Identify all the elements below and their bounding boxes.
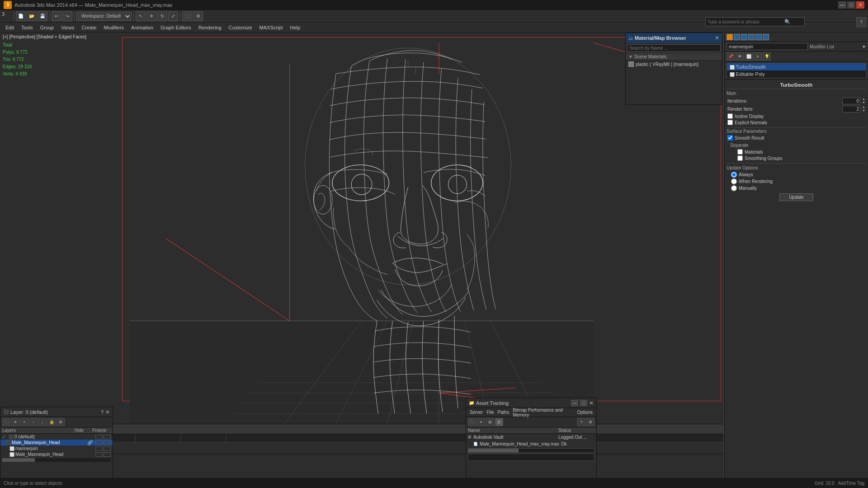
layer-row-mannequin[interactable]: ⬜ mannequin [0, 446, 113, 451]
dash-hide[interactable] [95, 435, 103, 439]
menu-customize[interactable]: Customize [225, 23, 256, 33]
materials-checkbox[interactable] [737, 149, 743, 155]
rotate-button[interactable]: ↻ [157, 11, 167, 21]
layer-delete-button[interactable]: ✕ [11, 418, 19, 426]
layer-create-button[interactable]: ⬛ [2, 418, 10, 426]
layer-row-default[interactable]: ✓ ⬛ 0 (default) [0, 434, 113, 440]
modifier-list-arrow[interactable]: ▼ [862, 44, 866, 49]
asset-scrollbar[interactable] [468, 448, 594, 453]
menu-tools[interactable]: Tools [18, 23, 37, 33]
mod-light[interactable]: 💡 [763, 52, 771, 61]
smoothing-groups-checkbox[interactable] [737, 155, 743, 161]
iterations-down[interactable]: ▼ [862, 101, 865, 104]
save-button[interactable]: 💾 [38, 11, 47, 21]
select-button[interactable]: ↖ [136, 11, 146, 21]
pin-mod-button[interactable]: 📌 [726, 52, 735, 61]
layer-move-down[interactable]: ↓ [38, 418, 47, 426]
asset-tb-btn1[interactable]: ⬛ [468, 418, 476, 426]
show-result[interactable]: ⬜ [745, 52, 753, 61]
iterations-up[interactable]: ▲ [862, 97, 865, 101]
update-button[interactable]: Update [779, 193, 813, 201]
undo-button[interactable]: ↩ [52, 11, 61, 21]
menu-group[interactable]: Group [37, 23, 58, 33]
asset-menu-options[interactable]: Options [576, 410, 594, 415]
layers-scrollbar[interactable] [2, 458, 111, 462]
manually-radio[interactable] [731, 185, 737, 191]
modifier-name-input[interactable] [726, 43, 808, 50]
asset-menu-bitmap[interactable]: Bitmap Performance and Memory [511, 408, 575, 418]
mod-settings[interactable]: ≡ [754, 52, 762, 61]
asset-maximize[interactable]: □ [580, 400, 587, 406]
explicit-normals-checkbox[interactable] [727, 120, 733, 125]
asset-row-file[interactable]: 📄 Male_Mannequin_Head_max_vray.max Ok [466, 441, 596, 447]
dash-freeze-mh[interactable] [104, 441, 111, 445]
swatch-blue[interactable] [734, 34, 740, 40]
help-icon[interactable]: ? [856, 17, 866, 27]
swatch-blue3[interactable] [748, 34, 755, 40]
smooth-result-checkbox[interactable] [727, 135, 733, 141]
menu-modifiers[interactable]: Modifiers [100, 23, 127, 33]
render-iters-input[interactable] [842, 106, 860, 113]
workspace-selector[interactable]: Workspace: Default [76, 12, 132, 21]
layer-row-mannequin-head[interactable]: ⬛ Male_Mannequin_Head 🔗 [0, 440, 113, 446]
isoline-checkbox[interactable] [727, 113, 733, 119]
dash-hide-m[interactable] [95, 446, 103, 451]
maximize-button[interactable]: □ [847, 1, 855, 9]
layers-close[interactable]: ✕ [105, 409, 110, 415]
render-setup-button[interactable]: ⚙ [193, 11, 203, 21]
render-iters-up[interactable]: ▲ [862, 105, 865, 109]
move-button[interactable]: ✛ [146, 11, 156, 21]
layer-row-head[interactable]: ⬜ Male_Mannequin_Head [0, 451, 113, 457]
open-button[interactable]: 📂 [27, 11, 37, 21]
asset-close[interactable]: ✕ [589, 400, 594, 406]
material-search-input[interactable] [627, 44, 721, 52]
dash-freeze-m[interactable] [104, 446, 111, 451]
show-in-viewport[interactable]: 👁 [736, 52, 744, 61]
asset-row-vault[interactable]: 🏛 Autodesk Vault Logged Out ... [466, 434, 596, 441]
menu-edit[interactable]: Edit [2, 23, 18, 33]
asset-tb-btn2[interactable]: ≡ [477, 418, 485, 426]
redo-button[interactable]: ↪ [62, 11, 72, 21]
minimize-button[interactable]: — [838, 1, 846, 9]
asset-menu-file[interactable]: File [485, 410, 495, 415]
asset-menu-server[interactable]: Server [468, 410, 485, 415]
dash-hide-mh[interactable] [95, 441, 103, 445]
stack-item-turbosmooth[interactable]: ⬜ TurboSmooth [727, 63, 866, 70]
dash-hide-h[interactable] [95, 452, 103, 457]
material-item[interactable]: plastic ( VRayMtl ) [mannequin] [626, 61, 722, 68]
menu-rendering[interactable]: Rendering [195, 23, 225, 33]
swatch-blue2[interactable] [741, 34, 747, 40]
menu-views[interactable]: Views [57, 23, 78, 33]
when-rendering-radio[interactable] [731, 178, 737, 184]
menu-maxscript[interactable]: MAXScript [256, 23, 287, 33]
layer-move-up[interactable]: ↑ [29, 418, 38, 426]
scale-button[interactable]: ⤢ [168, 11, 178, 21]
asset-menu-paths[interactable]: Paths [496, 410, 511, 415]
layer-add-button[interactable]: + [20, 418, 28, 426]
swatch-orange[interactable] [726, 34, 733, 40]
render-iters-down[interactable]: ▼ [862, 109, 865, 113]
new-button[interactable]: 📄 [16, 11, 26, 21]
layer-settings[interactable]: ⚙ [57, 418, 65, 426]
material-browser-close[interactable]: ✕ [715, 35, 719, 41]
dash-freeze[interactable] [104, 435, 111, 439]
close-button[interactable]: ✕ [856, 1, 864, 9]
menu-help[interactable]: Help [287, 23, 304, 33]
swatch-blue4[interactable] [755, 34, 762, 40]
swatch-blue5[interactable] [763, 34, 769, 40]
asset-tb-settings[interactable]: ⚙ [586, 418, 594, 426]
asset-tb-btn3[interactable]: ⊞ [486, 418, 494, 426]
stack-item-editable-poly[interactable]: ⬜ Editable Poly [727, 70, 866, 78]
menu-graph-editors[interactable]: Graph Editors [157, 23, 195, 33]
layers-help[interactable]: ? [101, 409, 104, 415]
menu-create[interactable]: Create [78, 23, 100, 33]
layer-lock[interactable]: 🔒 [47, 418, 56, 426]
always-radio[interactable] [731, 172, 737, 178]
asset-tb-help[interactable]: ? [577, 418, 585, 426]
asset-minimize[interactable]: — [571, 400, 578, 406]
dash-freeze-h[interactable] [104, 452, 111, 457]
menu-animation[interactable]: Animation [127, 23, 157, 33]
search-input[interactable] [708, 19, 784, 24]
iterations-input[interactable] [842, 98, 860, 104]
asset-tb-btn4[interactable]: ⊟ [495, 418, 503, 426]
